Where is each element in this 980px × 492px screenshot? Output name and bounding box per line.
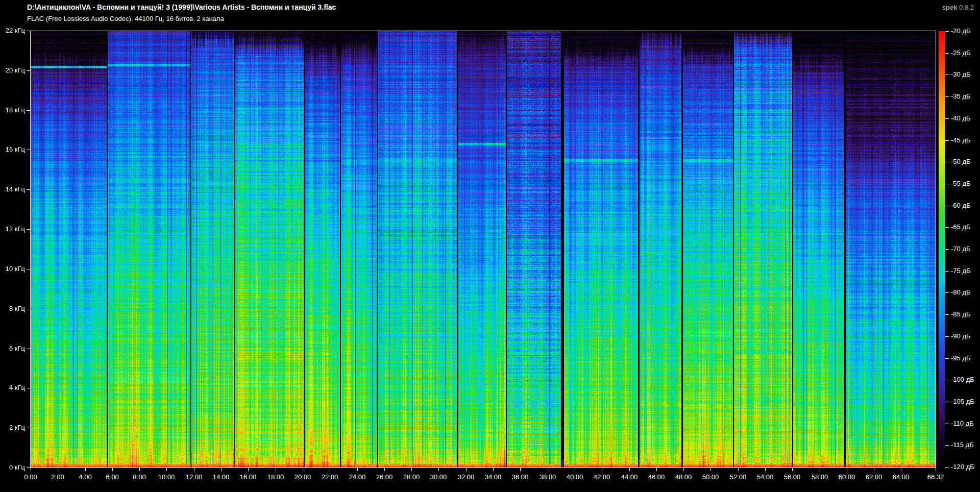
db-tick-label: -60 дБ (951, 202, 980, 210)
db-tick (945, 467, 949, 468)
time-tick (139, 468, 140, 471)
db-tick-label: -65 дБ (951, 223, 980, 231)
app-version: 0.8.2 (959, 4, 974, 11)
time-tick (874, 468, 874, 471)
freq-tick (27, 110, 30, 111)
db-tick (945, 358, 949, 359)
freq-tick (27, 229, 30, 230)
freq-tick-label: 18 кГц (0, 106, 25, 114)
db-tick (945, 292, 949, 293)
db-tick (945, 162, 949, 162)
time-tick (575, 468, 575, 471)
time-tick (438, 468, 439, 471)
time-tick (466, 468, 467, 471)
db-tick (945, 227, 949, 228)
time-tick (710, 468, 711, 471)
db-tick (945, 271, 949, 272)
file-path: D:\Антициклон\VA - Вспомни и танцуй! 3 (… (27, 3, 336, 11)
db-tick-label: -85 дБ (951, 310, 980, 318)
db-tick-label: -105 дБ (951, 398, 980, 406)
db-tick-label: -70 дБ (951, 245, 980, 253)
time-tick-label: 66:32 (919, 473, 952, 481)
db-tick (945, 249, 949, 250)
time-tick (520, 468, 521, 471)
db-tick-label: -45 дБ (951, 136, 980, 144)
time-tick (194, 468, 194, 471)
time-tick (792, 468, 793, 471)
time-tick (112, 468, 113, 471)
db-tick-label: -50 дБ (951, 158, 980, 166)
db-tick-label: -40 дБ (951, 114, 980, 122)
spectrogram-canvas (31, 31, 936, 468)
time-tick (166, 468, 167, 471)
freq-tick-label: 12 кГц (0, 225, 25, 233)
db-tick-label: -75 дБ (951, 267, 980, 275)
db-tick-label: -100 дБ (951, 376, 980, 384)
db-tick (945, 314, 949, 315)
db-tick (945, 402, 949, 402)
time-tick (221, 468, 222, 471)
spek-window: { "header": { "file_path": "D:\\Антицикл… (0, 0, 980, 492)
freq-tick (27, 269, 30, 269)
time-tick (629, 468, 630, 471)
db-tick-label: -35 дБ (951, 92, 980, 101)
file-format-info: FLAC (Free Lossless Audio Codec), 44100 … (27, 15, 224, 22)
freq-tick (27, 349, 30, 349)
time-tick (85, 468, 86, 471)
freq-tick-label: 16 кГц (0, 145, 25, 154)
freq-tick-label: 10 кГц (0, 265, 25, 273)
time-tick (683, 468, 684, 471)
time-tick (411, 468, 412, 471)
freq-tick (27, 428, 30, 428)
freq-tick (27, 70, 30, 71)
time-tick (548, 468, 548, 471)
db-tick-label: -95 дБ (951, 354, 980, 362)
time-tick (330, 468, 330, 471)
colorbar-canvas (939, 31, 945, 468)
time-tick (493, 468, 494, 471)
freq-tick (27, 31, 30, 31)
freq-tick-label: 0 кГц (0, 463, 25, 472)
db-tick (945, 31, 949, 32)
db-tick (945, 380, 949, 380)
freq-tick (27, 309, 30, 309)
freq-tick-label: 8 кГц (0, 305, 25, 313)
time-tick (58, 468, 58, 471)
db-tick (945, 53, 949, 54)
freq-tick-label: 22 кГц (0, 27, 25, 35)
db-tick (945, 96, 949, 97)
db-tick-label: -55 дБ (951, 180, 980, 188)
freq-tick-label: 4 кГц (0, 384, 25, 392)
time-tick (31, 468, 31, 471)
time-tick-label: 64:00 (885, 473, 917, 481)
freq-tick (27, 468, 30, 468)
db-tick (945, 118, 949, 119)
time-tick (765, 468, 766, 471)
db-tick (945, 206, 949, 206)
db-tick-label: -20 дБ (951, 27, 980, 35)
db-tick-label: -120 дБ (951, 463, 980, 471)
app-version-badge: spek 0.8.2 (942, 4, 974, 11)
time-tick (602, 468, 602, 471)
time-tick (384, 468, 385, 471)
freq-tick (27, 150, 30, 150)
db-tick-label: -115 дБ (951, 441, 980, 449)
db-tick (945, 184, 949, 184)
db-tick (945, 75, 949, 75)
freq-tick-label: 14 кГц (0, 185, 25, 193)
time-tick (357, 468, 358, 471)
freq-tick (27, 189, 30, 190)
db-tick (945, 336, 949, 337)
freq-tick (27, 388, 30, 388)
freq-tick-label: 6 кГц (0, 345, 25, 353)
db-tick-label: -30 дБ (951, 70, 980, 79)
time-tick (303, 468, 303, 471)
time-tick (276, 468, 276, 471)
time-tick (738, 468, 739, 471)
time-tick (936, 468, 936, 471)
time-tick (847, 468, 847, 471)
time-tick (248, 468, 249, 471)
app-name: spek (942, 4, 958, 11)
db-tick-label: -90 дБ (951, 332, 980, 340)
db-tick-label: -80 дБ (951, 288, 980, 297)
